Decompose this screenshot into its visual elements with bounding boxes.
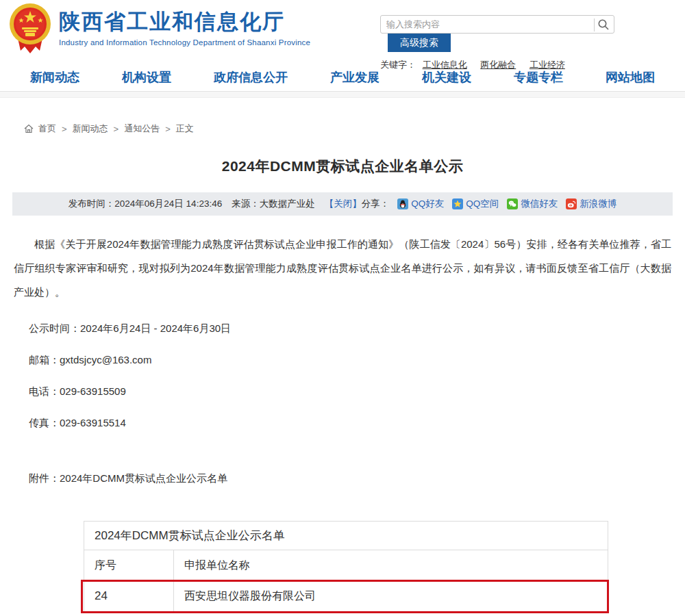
- table-header-no: 序号: [84, 550, 174, 580]
- site-title-block: 陕西省工业和信息化厅 Industry and Information Tech…: [59, 3, 310, 47]
- attachment-line: 附件：2024年DCMM贯标试点企业公示名单: [29, 472, 671, 485]
- nav-divider-band: [0, 92, 685, 98]
- nav-item-special[interactable]: 专题专栏: [514, 69, 563, 86]
- site-logo[interactable]: 陕西省工业和信息化厅 Industry and Information Tech…: [8, 3, 310, 55]
- fax-line: 传真：029-63915514: [29, 417, 671, 430]
- search-divider: [594, 18, 595, 31]
- nav-item-organization[interactable]: 机构设置: [122, 69, 171, 86]
- breadcrumb-news[interactable]: 新闻动态: [73, 123, 108, 135]
- source-value: 大数据产业处: [260, 198, 315, 210]
- share-label: 分享：: [362, 198, 390, 210]
- nav-item-industry[interactable]: 产业发展: [330, 69, 379, 86]
- search-button[interactable]: [596, 18, 611, 33]
- email-value: gxtdsjcyc@163.com: [60, 354, 151, 365]
- posting-period-line: 公示时间：2024年6月24日 - 2024年6月30日: [29, 322, 671, 335]
- fax-value: 029-63915514: [60, 417, 126, 428]
- posting-period-label: 公示时间：: [29, 322, 80, 334]
- table-header-row: 序号 申报单位名称: [84, 550, 608, 580]
- publish-time-label: 发布时间：: [68, 198, 115, 210]
- breadcrumb-separator: >: [165, 124, 171, 134]
- article-body: 根据《关于开展2024年数据管理能力成熟度评估贯标试点企业申报工作的通知》（陕工…: [0, 232, 685, 485]
- email-label: 邮箱：: [29, 354, 60, 365]
- site-name: 陕西省工业和信息化厅: [59, 10, 310, 34]
- nav-item-gov-info[interactable]: 政府信息公开: [214, 69, 288, 86]
- wechat-icon: [507, 198, 518, 209]
- attachment-value: 2024年DCMM贯标试点企业公示名单: [60, 472, 227, 484]
- breadcrumb-separator: >: [62, 124, 67, 134]
- phone-label: 电话：: [29, 385, 60, 397]
- breadcrumb-separator: >: [114, 124, 119, 134]
- table-cell-no: 24: [84, 581, 174, 611]
- share-qq-friend[interactable]: QQ好友: [397, 198, 444, 210]
- nav-item-agency[interactable]: 机关建设: [422, 69, 471, 86]
- table-row[interactable]: 24 西安思坦仪器股份有限公司: [84, 580, 608, 611]
- table-title: 2024年DCMM贯标试点企业公示名单: [84, 522, 608, 550]
- phone-value: 029-63915509: [60, 385, 126, 397]
- search-box: [380, 15, 614, 34]
- publish-time-value: 2024年06月24日 14:23:46: [114, 198, 222, 210]
- keyword-link-industry-info[interactable]: 工业信息化: [423, 60, 467, 70]
- keyword-link-integration[interactable]: 两化融合: [480, 60, 516, 70]
- email-line: 邮箱：gxtdsjcyc@163.com: [29, 354, 671, 367]
- breadcrumb-home[interactable]: 首页: [38, 123, 56, 135]
- table-cell-company: 西安思坦仪器股份有限公司: [174, 581, 608, 611]
- advanced-search-button[interactable]: 高级搜索: [388, 34, 451, 52]
- page-title: 2024年DCMM贯标试点企业名单公示: [0, 157, 685, 176]
- page: 陕西省工业和信息化厅 Industry and Information Tech…: [0, 0, 685, 616]
- table-header-company: 申报单位名称: [174, 550, 608, 580]
- breadcrumb-notices[interactable]: 通知公告: [124, 123, 160, 135]
- search-area: 高级搜索 关键字： 工业信息化 两化融合 工业经济: [380, 15, 685, 71]
- share-qzone[interactable]: QQ空间: [452, 198, 499, 210]
- qq-icon: [397, 198, 408, 209]
- close-link[interactable]: 【关闭】: [325, 198, 362, 210]
- weibo-icon: [566, 198, 577, 209]
- share-weibo-label: 新浪微博: [580, 198, 616, 210]
- nav-item-sitemap[interactable]: 网站地图: [606, 69, 655, 86]
- keyword-link-industry-economy[interactable]: 工业经济: [530, 60, 565, 70]
- site-header: 陕西省工业和信息化厅 Industry and Information Tech…: [0, 0, 685, 63]
- search-input[interactable]: [381, 16, 586, 33]
- home-icon: [24, 124, 34, 133]
- article-paragraph: 根据《关于开展2024年数据管理能力成熟度评估贯标试点企业申报工作的通知》（陕工…: [14, 232, 671, 304]
- share-wechat-label: 微信好友: [521, 198, 558, 210]
- site-subtitle: Industry and Information Technology Depa…: [59, 38, 310, 47]
- keywords-label: 关键字：: [380, 60, 416, 70]
- qzone-icon: [452, 198, 463, 209]
- phone-line: 电话：029-63915509: [29, 385, 671, 398]
- attachment-label: 附件：: [29, 472, 60, 484]
- search-icon: [597, 18, 610, 31]
- company-list-table: 2024年DCMM贯标试点企业公示名单 序号 申报单位名称 24 西安思坦仪器股…: [84, 521, 608, 612]
- fax-label: 传真：: [29, 417, 60, 428]
- share-wechat[interactable]: 微信好友: [507, 198, 558, 210]
- nav-item-news[interactable]: 新闻动态: [30, 69, 79, 86]
- article-meta-bar: 发布时间： 2024年06月24日 14:23:46 来源： 大数据产业处 【关…: [12, 192, 673, 216]
- share-weibo[interactable]: 新浪微博: [566, 198, 616, 210]
- keywords-row: 关键字： 工业信息化 两化融合 工业经济: [380, 59, 685, 71]
- national-emblem-icon: [8, 3, 52, 55]
- share-qq-friend-label: QQ好友: [411, 198, 444, 210]
- share-qzone-label: QQ空间: [466, 198, 499, 210]
- posting-period-value: 2024年6月24日 - 2024年6月30日: [80, 322, 231, 334]
- breadcrumb: 首页 > 新闻动态 > 通知公告 > 正文: [24, 123, 685, 135]
- breadcrumb-current: 正文: [176, 123, 194, 135]
- source-label: 来源：: [232, 198, 260, 210]
